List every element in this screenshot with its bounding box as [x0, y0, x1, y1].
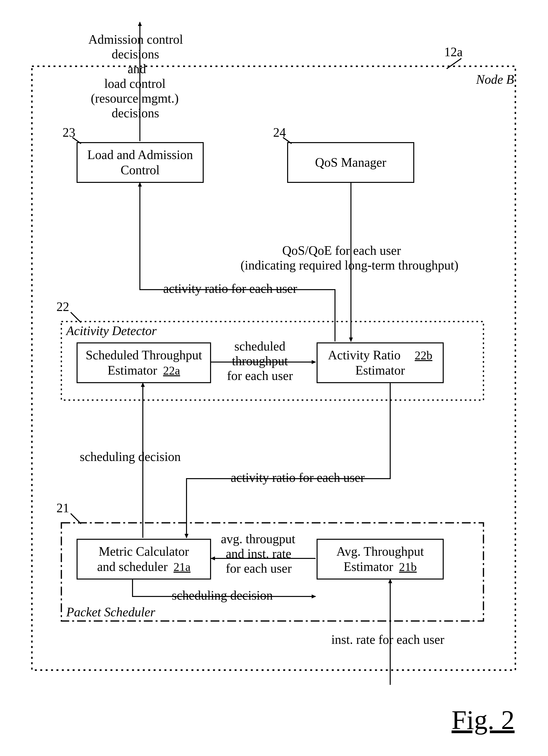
qos-qoe-l1: QoS/QoE for each user: [282, 243, 401, 258]
metric-calculator-scheduler-box: Metric Calculator and scheduler 21a: [77, 539, 211, 580]
svg-line-3: [71, 312, 81, 323]
node-b-ref: 12a: [444, 45, 463, 59]
metric-calc-line1: Metric Calculator: [99, 544, 189, 559]
node-b-label: Node B: [476, 72, 514, 87]
admission-out-l6: decisions: [112, 106, 159, 121]
svg-line-1: [447, 58, 461, 69]
figure-caption: Fig. 2: [452, 704, 515, 736]
avg-tp-est-line1: Avg. Throughput: [336, 544, 424, 559]
admission-out-l3: and: [128, 61, 146, 77]
sched-throughput-l3: for each user: [227, 368, 293, 383]
inst-rate-label: inst. rate for each user: [331, 632, 444, 647]
packet-scheduler-ref: 21: [56, 501, 69, 515]
admission-out-l1: Admission control: [88, 32, 183, 47]
svg-line-5: [71, 513, 81, 524]
sched-decision-up-label: scheduling decision: [80, 449, 181, 464]
diagram-canvas: Node B 12a Acitivity Detector 22 Packet …: [0, 0, 548, 756]
admission-out-l4: load control: [104, 76, 166, 91]
sched-throughput-l2: throughput: [232, 353, 288, 369]
sched-tp-est-line1: Scheduled Throughput: [86, 348, 202, 363]
avg-inst-l2: and inst. rate: [226, 546, 291, 561]
activity-ratio-up-label: activity ratio for each user: [163, 281, 297, 296]
avg-throughput-estimator-box: Avg. Throughput Estimator 21b: [317, 539, 444, 580]
admission-out-l5: (resource mgmt.): [91, 91, 179, 106]
avg-tp-est-line2: Estimator: [344, 559, 393, 574]
act-ratio-est-line2: Estimator: [355, 363, 405, 378]
scheduled-throughput-estimator-box: Scheduled Throughput Estimator 22a: [77, 342, 211, 383]
load-admission-control-box: Load and Admission Control: [77, 142, 204, 183]
admission-out-l2: decisions: [112, 47, 159, 62]
load-admission-line2: Control: [121, 162, 160, 178]
metric-calc-ref: 21a: [174, 560, 190, 574]
packet-scheduler-label: Packet Scheduler: [66, 605, 155, 619]
act-ratio-est-ref: 22b: [415, 348, 432, 363]
avg-inst-l3: for each user: [226, 561, 292, 576]
qos-manager-ref: 24: [273, 125, 286, 140]
activity-detector-label: Acitivity Detector: [66, 324, 157, 338]
qos-manager-label: QoS Manager: [315, 155, 386, 170]
sched-decision-right-label: scheduling decision: [172, 588, 273, 603]
act-ratio-est-line1: Activity Ratio: [328, 348, 401, 363]
sched-throughput-l1: scheduled: [234, 339, 285, 354]
sched-tp-est-ref: 22a: [163, 364, 180, 378]
load-admission-ref: 23: [63, 125, 75, 140]
activity-ratio-estimator-box: Activity Ratio 22b Estimator: [317, 342, 444, 383]
avg-tp-est-ref: 21b: [399, 560, 417, 574]
load-admission-line1: Load and Admission: [87, 147, 193, 162]
qos-manager-box: QoS Manager: [287, 142, 414, 183]
activity-ratio-down-label: activity ratio for each user: [231, 470, 365, 485]
sched-tp-est-line2: Estimator: [107, 363, 157, 378]
metric-calc-line2: and scheduler: [97, 559, 168, 574]
qos-qoe-l2: (indicating required long-term throughpu…: [241, 258, 458, 273]
avg-inst-l1: avg. througput: [221, 531, 295, 547]
activity-detector-ref: 22: [56, 299, 69, 314]
